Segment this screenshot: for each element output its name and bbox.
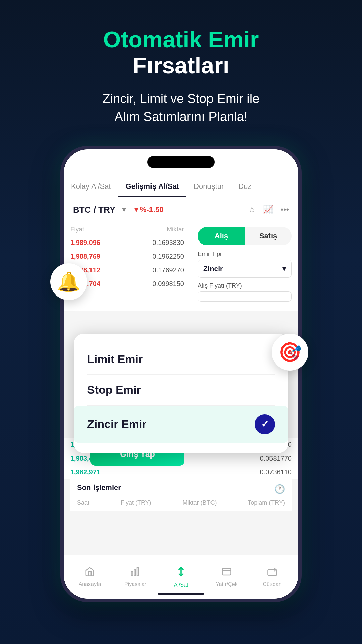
nav-alsat[interactable]: Al/Sat [158,566,204,588]
buy-tab[interactable]: Alış [198,227,245,245]
header-section: Otomatik Emir Fırsatları Zincir, Limit v… [103,0,260,139]
pair-icons: ☆ 📈 ••• [248,205,289,214]
sell-row-3: 1,988,112 0.1769270 [70,263,184,277]
dropdown-chevron-icon: ▾ [282,265,286,273]
nav-piyasalar-label: Piyasalar [124,581,146,587]
sell-row-1: 1,989,096 0.1693830 [70,236,184,250]
alis-fiyati-label: Alış Fiyatı (TRY) [198,282,292,289]
nav-piyasalar[interactable]: Piyasalar [113,567,158,587]
pair-dropdown-icon[interactable]: ▼ [121,206,127,214]
home-indicator [158,593,204,595]
order-type-popup: Limit Emir Stop Emir Zincir Emir ✓ [74,334,288,453]
star-icon[interactable]: ☆ [248,205,256,214]
order-book: Fiyat Miktar 1,989,096 0.1693830 1,988,7… [64,222,191,311]
order-book-header: Fiyat Miktar [70,226,184,236]
pair-change: ▼%-1.50 [133,205,163,214]
buy-sell-tabs: Alış Satış [198,227,292,245]
trading-area: Fiyat Miktar 1,989,096 0.1693830 1,988,7… [64,222,298,311]
son-islemler-section: Son İşlemler 🕐 Saat Fiyat (TRY) Miktar (… [70,478,292,511]
svg-rect-2 [137,568,139,576]
emir-tipi-label: Emir Tipi [198,251,292,258]
buy-row-3: 1,982,971 0.0736110 [70,465,292,479]
bell-icon: 🔔 [50,263,87,300]
nav-yatircek[interactable]: Yatır/Çek [204,567,249,587]
son-islemler-cols: Saat Fiyat (TRY) Miktar (BTC) Toplam (TR… [77,495,285,508]
nav-yatircek-label: Yatır/Çek [216,581,238,587]
popup-stop-emir[interactable]: Stop Emir [87,375,275,406]
bottom-nav: Anasayfa Piyasalar Al/Sat [64,555,298,599]
wallet-icon [267,567,277,579]
alsat-icon [175,566,187,580]
alis-fiyati-input[interactable] [198,291,292,302]
son-islemler-header: Son İşlemler 🕐 [77,483,285,495]
sell-tab[interactable]: Satış [245,227,292,245]
history-icon[interactable]: 🕐 [274,484,285,494]
nav-anasayfa-label: Anasayfa [79,581,101,587]
nav-cuzdan-label: Cüzdan [263,581,281,587]
emir-tipi-dropdown[interactable]: Zincir ▾ [198,260,292,278]
phone-notch [147,156,215,168]
sell-row-2: 1,988,769 0.1962250 [70,250,184,263]
svg-rect-1 [134,569,136,576]
pair-row: BTC / TRY ▼ ▼%-1.50 ☆ 📈 ••• [64,197,298,222]
sell-row-4: 1,987,704 0.0998150 [70,277,184,291]
tab-gelismis[interactable]: Gelişmiş Al/Sat [118,176,186,197]
buy-sell-panel: Alış Satış Emir Tipi Zincir ▾ Alış Fiyat… [191,222,298,311]
son-islemler-title: Son İşlemler [77,483,121,495]
phone-frame: Kolay Al/Sat Gelişmiş Al/Sat Dönüştür Dü… [60,146,302,602]
tab-kolay[interactable]: Kolay Al/Sat [64,176,118,197]
pair-name[interactable]: BTC / TRY [73,205,115,215]
svg-rect-0 [131,572,133,576]
chart-icon[interactable]: 📈 [263,205,273,214]
nav-anasayfa[interactable]: Anasayfa [67,567,113,587]
check-icon: ✓ [255,414,275,434]
popup-limit-emir[interactable]: Limit Emir [87,344,275,375]
home-icon [85,567,95,579]
nav-alsat-label: Al/Sat [174,582,188,588]
phone-wrapper: 🔔 🎯 Kolay Al/Sat Gelişmiş Al/Sat Dönüştü… [60,146,302,602]
more-icon[interactable]: ••• [281,205,289,214]
header-line1: Otomatik Emir [103,27,260,52]
subtitle: Zincir, Limit ve Stop Emir ile Alım Satı… [103,90,260,125]
header-line2: Fırsatları [103,52,260,79]
phone-screen: Kolay Al/Sat Gelişmiş Al/Sat Dönüştür Dü… [64,149,298,599]
deposit-icon [222,567,232,579]
tab-duz[interactable]: Düz [231,176,259,197]
markets-icon [130,567,140,579]
tab-donustur[interactable]: Dönüştür [186,176,231,197]
popup-zincir-emir[interactable]: Zincir Emir ✓ [74,406,288,443]
target-icon: 🎯 [272,334,308,371]
svg-rect-4 [223,568,231,575]
nav-cuzdan[interactable]: Cüzdan [249,567,295,587]
